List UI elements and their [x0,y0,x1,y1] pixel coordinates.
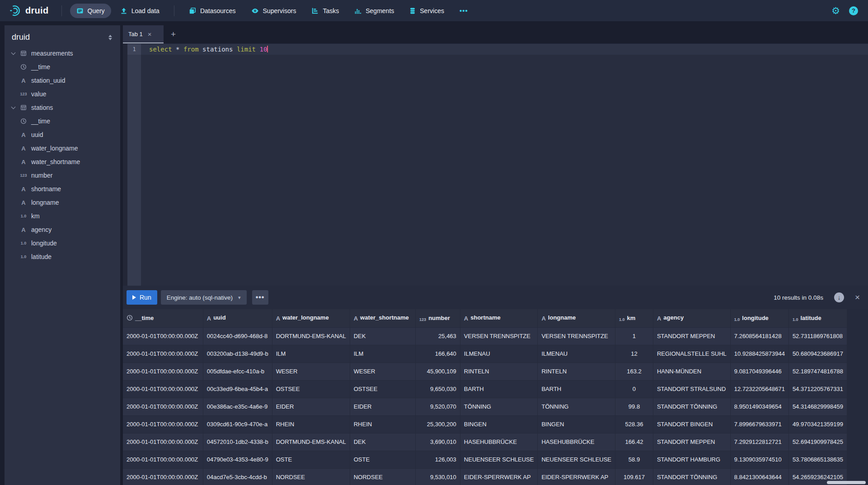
cell-__time[interactable]: 2000-01-01T00:00:00.000Z [123,415,203,433]
cell-latitude[interactable]: 49.9703421359199 [788,415,847,433]
cell-water_shortname[interactable]: DEK [350,327,415,345]
cell-number[interactable]: 3,690,010 [416,433,460,451]
nav-item-supervisors[interactable]: Supervisors [245,4,303,18]
sidebar-item-km[interactable]: 1.0km [5,209,120,223]
cell-uuid[interactable]: 00e386ac-e35c-4a6e-9 [203,398,272,415]
cell-longitude[interactable]: 7.8996679633971 [730,415,788,433]
cell-longitude[interactable]: 7.2929122812721 [730,433,788,451]
cell-agency[interactable]: STANDORT HAMBURG [653,451,730,468]
cell-number[interactable]: 166,640 [416,345,460,363]
cell-water_longname[interactable]: NORDSEE [272,468,350,485]
cell-agency[interactable]: STANDORT MEPPEN [653,433,730,451]
cell-longitude[interactable]: 10.9288425873944 [730,345,788,363]
settings-gear-icon[interactable]: ⚙ [831,6,840,15]
cell-km[interactable]: 58.9 [615,451,653,468]
sidebar-item-water_longname[interactable]: Awater_longname [5,141,120,155]
cell-shortname[interactable]: TÖNNING [460,398,538,415]
download-icon[interactable]: ↓ [834,292,844,302]
cell-agency[interactable]: REGIONALSTELLE SUHL [653,345,730,363]
cell-number[interactable]: 25,463 [416,327,460,345]
cell-shortname[interactable]: VERSEN TRENNSPITZE [460,327,538,345]
editor-content[interactable]: select * from stations limit 10 [141,44,868,286]
cell-agency[interactable]: STANDORT TÖNNING [653,468,730,485]
sidebar-item-longname[interactable]: Alongname [5,196,120,209]
cell-latitude[interactable]: 52.6941909978425 [788,433,847,451]
cell-water_shortname[interactable]: OSTSEE [350,380,415,398]
cell-__time[interactable]: 2000-01-01T00:00:00.000Z [123,380,203,398]
chevron-down-icon[interactable] [12,107,19,108]
nav-item-tasks[interactable]: Tasks [305,4,345,18]
cell-water_shortname[interactable]: DEK [350,433,415,451]
close-results-icon[interactable]: × [855,292,860,302]
col-header-uuid[interactable]: Auuid [203,309,272,327]
sidebar-item-station_uuid[interactable]: Astation_uuid [5,74,120,87]
cell-agency[interactable]: STANDORT MEPPEN [653,327,730,345]
cell-longitude[interactable]: 12.7232205648671 [730,380,788,398]
nav-item-segments[interactable]: Segments [348,4,400,18]
cell-latitude[interactable]: 52.7311869761808 [788,327,847,345]
cell-agency[interactable]: STANDORT BINGEN [653,415,730,433]
cell-longitude[interactable]: 8.8421300643644 [730,468,788,485]
cell-agency[interactable]: STANDORT TÖNNING [653,398,730,415]
cell-longname[interactable]: BINGEN [538,415,615,433]
cell-__time[interactable]: 2000-01-01T00:00:00.000Z [123,345,203,363]
cell-shortname[interactable]: BINGEN [460,415,538,433]
cell-longitude[interactable]: 9.1309035974510 [730,451,788,468]
cell-uuid[interactable]: 04572010-1db2-4338-b [203,433,272,451]
sidebar-item-number[interactable]: 123number [5,169,120,182]
col-header-agency[interactable]: Aagency [653,309,730,327]
cell-__time[interactable]: 2000-01-01T00:00:00.000Z [123,468,203,485]
cell-km[interactable]: 12 [615,345,653,363]
cell-shortname[interactable]: RINTELN [460,363,538,380]
cell-longname[interactable]: VERSEN TRENNSPITZE [538,327,615,345]
col-header-water_longname[interactable]: Awater_longname [272,309,350,327]
cell-water_longname[interactable]: EIDER [272,398,350,415]
cell-shortname[interactable]: HASEHUBBRÜCKE [460,433,538,451]
cell-km[interactable]: 528.36 [615,415,653,433]
cell-number[interactable]: 9,650,030 [416,380,460,398]
cell-water_longname[interactable]: WESER [272,363,350,380]
sidebar-item-__time[interactable]: __time [5,60,120,74]
add-tab-button[interactable]: + [171,25,176,43]
nav-item-query[interactable]: Query [70,4,111,18]
horizontal-scrollbar[interactable] [827,481,866,484]
cell-uuid[interactable]: 04790e03-4353-4e80-9 [203,451,272,468]
cell-longname[interactable]: EIDER-SPERRWERK AP [538,468,615,485]
sidebar-item-value[interactable]: 123value [5,87,120,101]
col-header-longitude[interactable]: 1.0longitude [730,309,788,327]
cell-uuid[interactable]: 0309cd61-90c9-470e-a [203,415,272,433]
cell-km[interactable]: 109.617 [615,468,653,485]
cell-uuid[interactable]: 00c33ed9-6bea-45b4-a [203,380,272,398]
cell-uuid[interactable]: 0024cc40-d690-468d-8 [203,327,272,345]
cell-latitude[interactable]: 54.3712205767331 [788,380,847,398]
cell-number[interactable]: 45,900,109 [416,363,460,380]
sidebar-item-agency[interactable]: Aagency [5,223,120,236]
sort-icon[interactable] [108,34,113,41]
cell-number[interactable]: 9,520,070 [416,398,460,415]
nav-item-datasources[interactable]: Datasources [183,4,242,18]
cell-water_shortname[interactable]: ILM [350,345,415,363]
query-line[interactable]: select * from stations limit 10 [141,44,868,55]
cell-km[interactable]: 0 [615,380,653,398]
cell-water_longname[interactable]: OSTSEE [272,380,350,398]
cell-longname[interactable]: RINTELN [538,363,615,380]
cell-longitude[interactable]: 7.2608564181428 [730,327,788,345]
cell-water_longname[interactable]: RHEIN [272,415,350,433]
cell-water_shortname[interactable]: EIDER [350,398,415,415]
col-header-__time[interactable]: __time [123,309,203,327]
cell-km[interactable]: 99.8 [615,398,653,415]
sidebar-item-shortname[interactable]: Ashortname [5,182,120,196]
cell-latitude[interactable]: 52.1897474816788 [788,363,847,380]
cell-shortname[interactable]: EIDER-SPERRWERK AP [460,468,538,485]
cell-number[interactable]: 126,003 [416,451,460,468]
col-header-shortname[interactable]: Ashortname [460,309,538,327]
nav-item-services[interactable]: Services [403,4,450,18]
chevron-down-icon[interactable] [12,52,19,54]
sidebar-item-measurements[interactable]: measurements [5,47,120,60]
close-tab-icon[interactable]: × [148,30,152,38]
cell-__time[interactable]: 2000-01-01T00:00:00.000Z [123,398,203,415]
cell-shortname[interactable]: BARTH [460,380,538,398]
col-header-longname[interactable]: Alongname [538,309,615,327]
cell-agency[interactable]: HANN-MÜNDEN [653,363,730,380]
cell-water_longname[interactable]: OSTE [272,451,350,468]
